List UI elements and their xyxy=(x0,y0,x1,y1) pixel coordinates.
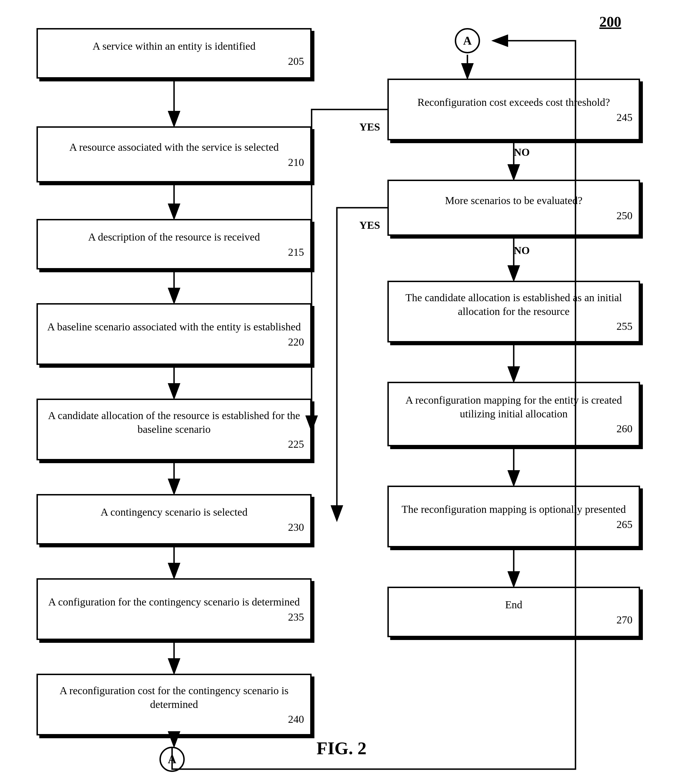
label-yes-250: YES xyxy=(359,219,380,231)
box-230: A contingency scenario is selected 230 xyxy=(37,494,312,545)
circle-a-bottom: A xyxy=(159,747,185,772)
box-260: A reconfiguration mapping for the entity… xyxy=(387,382,640,446)
circle-a-top: A xyxy=(455,28,480,53)
box-205: A service within an entity is identified… xyxy=(37,28,312,79)
box-270: End 270 xyxy=(387,587,640,637)
label-yes-245: YES xyxy=(359,121,380,133)
box-240: A reconfiguration cost for the contingen… xyxy=(37,674,312,736)
box-255: The candidate allocation is established … xyxy=(387,281,640,343)
box-250: More scenarios to be evaluated? 250 xyxy=(387,180,640,236)
fig-label: FIG. 2 xyxy=(317,738,367,759)
label-no-250: NO xyxy=(514,244,530,257)
diagram-title: 200 xyxy=(600,13,621,30)
diagram-container: 200 A service within an entity is identi… xyxy=(0,0,683,784)
box-235: A configuration for the contingency scen… xyxy=(37,578,312,640)
box-225: A candidate allocation of the resource i… xyxy=(37,399,312,460)
box-220: A baseline scenario associated with the … xyxy=(37,303,312,365)
box-215: A description of the resource is receive… xyxy=(37,219,312,269)
box-210: A resource associated with the service i… xyxy=(37,126,312,183)
box-265: The reconfiguration mapping is optionall… xyxy=(387,486,640,547)
label-no-245: NO xyxy=(514,146,530,158)
box-245: Reconfiguration cost exceeds cost thresh… xyxy=(387,79,640,140)
